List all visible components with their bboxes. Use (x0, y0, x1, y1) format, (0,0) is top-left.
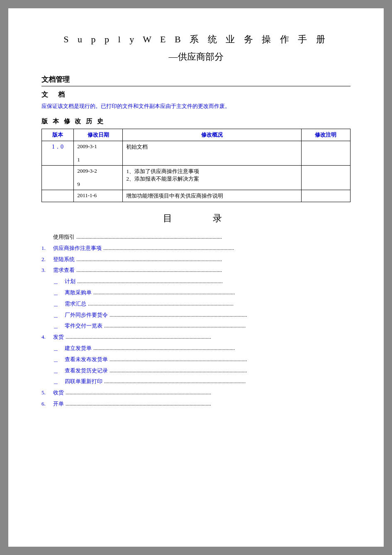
toc-num: ＿ (53, 311, 65, 320)
table-row: 1．0 2009-3-11 初始文档 (42, 141, 351, 166)
table-row: 2011-1-6 增加功能增强项目中有关供应商操作说明 (42, 190, 351, 202)
toc-text: 登陆系统 (53, 255, 75, 264)
main-title: S u p p l y W E B 系 统 业 务 操 作 手 册 (41, 33, 351, 46)
toc-item-delivery-list[interactable]: ＿ 零件交付一览表 ..............................… (41, 322, 351, 330)
toc-item-plan[interactable]: ＿ 计划 ...................................… (41, 277, 351, 286)
col-notes: 修改注明 (301, 129, 350, 141)
changes-cell: 1、添加了供应商操作注意事项2、添加报表不能显示解决方案 (123, 166, 301, 190)
version-cell (42, 190, 74, 202)
version-cell: 1．0 (42, 141, 74, 166)
toc-num: ＿ (53, 367, 65, 375)
toc-dots: ........................................… (110, 367, 344, 375)
toc-item-reprint[interactable]: ＿ 四联单重新打印 ..............................… (41, 377, 351, 386)
toc-dots: ........................................… (104, 377, 344, 386)
toc-text: 计划 (65, 277, 75, 286)
changes-cell: 增加功能增强项目中有关供应商操作说明 (123, 190, 301, 202)
col-version: 版本 (42, 129, 74, 141)
toc-num: ＿ (53, 322, 65, 330)
toc-dots: ........................................… (93, 289, 344, 297)
date-cell: 2009-3-29 (74, 166, 123, 190)
toc-item-4[interactable]: 4. 发货 ..................................… (41, 333, 351, 342)
toc-text: 零件交付一览表 (65, 322, 102, 330)
toc-text: 四联单重新打印 (65, 377, 102, 386)
divider-1 (41, 86, 351, 86)
changes-cell: 初始文档 (123, 141, 301, 166)
date-cell: 2011-1-6 (74, 190, 123, 202)
notes-cell (301, 141, 350, 166)
toc-dots: ........................................… (104, 322, 344, 330)
toc-dots: ........................................… (76, 255, 344, 264)
toc-dots: ........................................… (93, 344, 344, 353)
toc-text: 离散采购单 (65, 289, 92, 297)
toc-num: ＿ (53, 289, 65, 297)
toc-text: 使用指引 (53, 233, 75, 242)
document-page: S u p p l y W E B 系 统 业 务 操 作 手 册 —供应商部分… (8, 8, 384, 547)
toc-text: 需求汇总 (65, 300, 86, 308)
toc-item-usage: 使用指引 ...................................… (41, 233, 351, 242)
toc-item-5[interactable]: 5. 收货 ..................................… (41, 389, 351, 397)
table-row: 2009-3-29 1、添加了供应商操作注意事项2、添加报表不能显示解决方案 (42, 166, 351, 190)
toc-title: 目 录 (41, 212, 351, 225)
notes-cell (301, 166, 350, 190)
toc-num: 6. (41, 400, 53, 408)
notes-cell (301, 190, 350, 202)
date-cell: 2009-3-11 (74, 141, 123, 166)
toc-item-6[interactable]: 6. 开单 ..................................… (41, 400, 351, 408)
toc-dots: ........................................… (66, 389, 344, 397)
toc-item-purchase[interactable]: ＿ 离散采购单 ................................… (41, 289, 351, 297)
toc-dots: ........................................… (76, 266, 344, 275)
toc-item-unpublished[interactable]: ＿ 查看未发布发货单 .............................… (41, 355, 351, 364)
toc-num: 4. (41, 333, 53, 342)
toc-text: 查看未发布发货单 (65, 355, 108, 364)
toc-dots: ........................................… (110, 311, 344, 320)
toc-num: ＿ (53, 377, 65, 386)
toc-item-factory[interactable]: ＿ 厂外同步件要货令 .............................… (41, 311, 351, 320)
toc-item-create-shipment[interactable]: ＿ 建立发货单 ................................… (41, 344, 351, 353)
toc-text: 查看发货历史记录 (65, 367, 108, 375)
toc-text: 厂外同步件要货令 (65, 311, 108, 320)
doc-note: 应保证该文档是现行的。已打印的文件和文件副本应由于主文件的更改而作废。 (41, 103, 351, 110)
toc-text: 建立发货单 (65, 344, 92, 353)
toc-text: 发货 (53, 333, 64, 342)
toc-dots: ........................................… (66, 333, 344, 342)
toc-num: 5. (41, 389, 53, 397)
toc-num: ＿ (53, 277, 65, 286)
toc-text: 供应商操作注意事项 (53, 244, 102, 253)
toc-item-1[interactable]: 1. 供应商操作注意事项 ...........................… (41, 244, 351, 253)
version-table: 版本 修改日期 修改概况 修改注明 1．0 2009-3-11 初始文档 200… (41, 129, 351, 202)
col-changes: 修改概况 (123, 129, 301, 141)
toc-dots: ........................................… (88, 300, 344, 308)
doc-management-label: 文档管理 (41, 75, 351, 84)
toc-item-3[interactable]: 3. 需求查看 ................................… (41, 266, 351, 275)
toc-dots: ........................................… (103, 244, 344, 253)
toc-num: 2. (41, 255, 53, 264)
toc-num: ＿ (53, 300, 65, 308)
col-date: 修改日期 (74, 129, 123, 141)
toc-dots: ........................................… (76, 233, 344, 242)
toc-text: 开单 (53, 400, 64, 408)
doc-label: 文 档 (41, 90, 351, 99)
toc-num: ＿ (53, 344, 65, 353)
toc-num: ＿ (53, 355, 65, 364)
toc-dots: ........................................… (66, 400, 344, 408)
toc-text: 需求查看 (53, 266, 75, 275)
version-history-title: 版 本 修 改 历 史 (41, 117, 351, 125)
toc-num: 3. (41, 266, 53, 275)
toc-item-demand[interactable]: ＿ 需求汇总 .................................… (41, 300, 351, 308)
sub-title: —供应商部分 (41, 51, 351, 63)
toc-text: 收货 (53, 389, 64, 397)
toc-dots: ........................................… (77, 277, 344, 286)
toc-dots: ........................................… (110, 355, 344, 364)
toc-item-2[interactable]: 2. 登陆系统 ................................… (41, 255, 351, 264)
toc-num: 1. (41, 244, 53, 253)
version-cell (42, 166, 74, 190)
toc-item-history[interactable]: ＿ 查看发货历史记录 .............................… (41, 367, 351, 375)
